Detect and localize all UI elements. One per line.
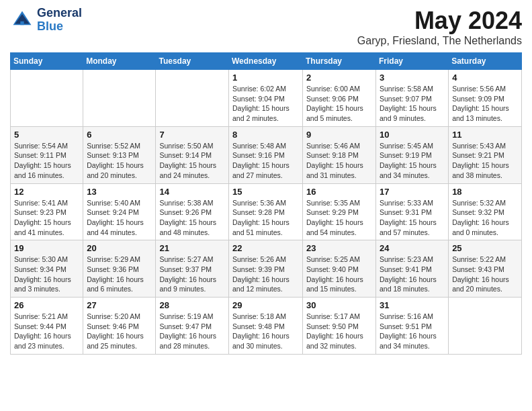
- calendar-cell: 8Sunrise: 5:48 AMSunset: 9:16 PMDaylight…: [229, 126, 303, 183]
- calendar-cell: 10Sunrise: 5:45 AMSunset: 9:19 PMDayligh…: [376, 126, 449, 183]
- day-info: Sunrise: 5:19 AMSunset: 9:47 PMDaylight:…: [159, 312, 225, 351]
- day-number: 23: [306, 243, 372, 253]
- calendar-cell: 12Sunrise: 5:41 AMSunset: 9:23 PMDayligh…: [11, 183, 83, 240]
- day-info: Sunrise: 5:56 AMSunset: 9:09 PMDaylight:…: [452, 84, 518, 124]
- calendar-cell: 29Sunrise: 5:18 AMSunset: 9:48 PMDayligh…: [229, 298, 303, 355]
- location-title: Garyp, Friesland, The Netherlands: [357, 35, 522, 47]
- calendar-week-row: 19Sunrise: 5:30 AMSunset: 9:34 PMDayligh…: [11, 240, 522, 298]
- day-info: Sunrise: 5:27 AMSunset: 9:37 PMDaylight:…: [159, 255, 225, 294]
- calendar-cell: 26Sunrise: 5:21 AMSunset: 9:44 PMDayligh…: [11, 298, 83, 355]
- calendar-header-wednesday: Wednesday: [229, 53, 303, 70]
- day-info: Sunrise: 6:02 AMSunset: 9:04 PMDaylight:…: [232, 84, 299, 124]
- day-info: Sunrise: 5:26 AMSunset: 9:39 PMDaylight:…: [232, 255, 299, 294]
- day-number: 30: [306, 300, 372, 310]
- calendar-cell: 31Sunrise: 5:16 AMSunset: 9:51 PMDayligh…: [376, 298, 449, 355]
- day-number: 18: [452, 187, 518, 197]
- calendar-cell: 24Sunrise: 5:23 AMSunset: 9:41 PMDayligh…: [376, 240, 449, 298]
- calendar-cell: [156, 70, 229, 127]
- day-number: 27: [87, 300, 152, 310]
- day-number: 26: [14, 300, 79, 310]
- day-info: Sunrise: 5:43 AMSunset: 9:21 PMDaylight:…: [452, 141, 518, 181]
- day-number: 4: [452, 73, 518, 83]
- calendar-header-saturday: Saturday: [449, 53, 522, 70]
- calendar-header-tuesday: Tuesday: [156, 53, 229, 70]
- calendar-cell: 20Sunrise: 5:29 AMSunset: 9:36 PMDayligh…: [83, 240, 156, 298]
- day-info: Sunrise: 5:58 AMSunset: 9:07 PMDaylight:…: [380, 84, 445, 124]
- day-number: 24: [380, 243, 445, 253]
- day-number: 31: [380, 300, 445, 310]
- day-number: 22: [232, 243, 299, 253]
- day-info: Sunrise: 5:50 AMSunset: 9:14 PMDaylight:…: [159, 141, 225, 181]
- calendar-header-monday: Monday: [83, 53, 156, 70]
- svg-rect-2: [20, 21, 24, 25]
- calendar-table: SundayMondayTuesdayWednesdayThursdayFrid…: [10, 52, 522, 355]
- day-number: 10: [380, 130, 445, 140]
- day-info: Sunrise: 5:29 AMSunset: 9:36 PMDaylight:…: [87, 255, 152, 294]
- day-number: 28: [159, 300, 225, 310]
- day-info: Sunrise: 5:41 AMSunset: 9:23 PMDaylight:…: [14, 198, 79, 238]
- day-number: 9: [306, 130, 372, 140]
- day-info: Sunrise: 5:17 AMSunset: 9:50 PMDaylight:…: [306, 312, 372, 351]
- calendar-cell: 17Sunrise: 5:33 AMSunset: 9:31 PMDayligh…: [376, 183, 449, 240]
- calendar-header-friday: Friday: [376, 53, 449, 70]
- calendar-header-thursday: Thursday: [303, 53, 376, 70]
- day-info: Sunrise: 5:32 AMSunset: 9:32 PMDaylight:…: [452, 198, 518, 238]
- calendar-week-row: 12Sunrise: 5:41 AMSunset: 9:23 PMDayligh…: [11, 183, 522, 240]
- day-number: 19: [14, 243, 79, 253]
- calendar-cell: 13Sunrise: 5:40 AMSunset: 9:24 PMDayligh…: [83, 183, 156, 240]
- day-info: Sunrise: 5:52 AMSunset: 9:13 PMDaylight:…: [87, 141, 152, 181]
- day-number: 16: [306, 187, 372, 197]
- day-number: 14: [159, 187, 225, 197]
- day-number: 11: [452, 130, 518, 140]
- day-number: 7: [159, 130, 225, 140]
- month-title: May 2024: [357, 7, 522, 35]
- calendar-cell: 16Sunrise: 5:35 AMSunset: 9:29 PMDayligh…: [303, 183, 376, 240]
- day-info: Sunrise: 6:00 AMSunset: 9:06 PMDaylight:…: [306, 84, 372, 124]
- day-info: Sunrise: 5:30 AMSunset: 9:34 PMDaylight:…: [14, 255, 79, 294]
- calendar-body: 1Sunrise: 6:02 AMSunset: 9:04 PMDaylight…: [11, 70, 522, 355]
- day-number: 1: [232, 73, 299, 83]
- day-info: Sunrise: 5:36 AMSunset: 9:28 PMDaylight:…: [232, 198, 299, 238]
- day-info: Sunrise: 5:16 AMSunset: 9:51 PMDaylight:…: [380, 312, 445, 351]
- calendar-week-row: 26Sunrise: 5:21 AMSunset: 9:44 PMDayligh…: [11, 298, 522, 355]
- logo-icon: [10, 8, 34, 32]
- calendar-cell: 21Sunrise: 5:27 AMSunset: 9:37 PMDayligh…: [156, 240, 229, 298]
- day-number: 3: [380, 73, 445, 83]
- day-number: 17: [380, 187, 445, 197]
- logo: General Blue: [10, 7, 82, 34]
- day-number: 15: [232, 187, 299, 197]
- calendar-cell: 4Sunrise: 5:56 AMSunset: 9:09 PMDaylight…: [449, 70, 522, 127]
- day-info: Sunrise: 5:45 AMSunset: 9:19 PMDaylight:…: [380, 141, 445, 181]
- day-info: Sunrise: 5:18 AMSunset: 9:48 PMDaylight:…: [232, 312, 299, 351]
- header: General Blue May 2024 Garyp, Friesland, …: [10, 7, 522, 47]
- calendar-cell: 27Sunrise: 5:20 AMSunset: 9:46 PMDayligh…: [83, 298, 156, 355]
- calendar-cell: 1Sunrise: 6:02 AMSunset: 9:04 PMDaylight…: [229, 70, 303, 127]
- day-info: Sunrise: 5:38 AMSunset: 9:26 PMDaylight:…: [159, 198, 225, 238]
- calendar-week-row: 5Sunrise: 5:54 AMSunset: 9:11 PMDaylight…: [11, 126, 522, 183]
- day-number: 20: [87, 243, 152, 253]
- calendar-cell: [11, 70, 83, 127]
- day-number: 29: [232, 300, 299, 310]
- day-info: Sunrise: 5:40 AMSunset: 9:24 PMDaylight:…: [87, 198, 152, 238]
- calendar-cell: [449, 298, 522, 355]
- title-area: May 2024 Garyp, Friesland, The Netherlan…: [357, 7, 522, 47]
- calendar-cell: 3Sunrise: 5:58 AMSunset: 9:07 PMDaylight…: [376, 70, 449, 127]
- day-number: 8: [232, 130, 299, 140]
- day-info: Sunrise: 5:23 AMSunset: 9:41 PMDaylight:…: [380, 255, 445, 294]
- calendar-cell: 5Sunrise: 5:54 AMSunset: 9:11 PMDaylight…: [11, 126, 83, 183]
- day-info: Sunrise: 5:21 AMSunset: 9:44 PMDaylight:…: [14, 312, 79, 351]
- calendar-cell: 19Sunrise: 5:30 AMSunset: 9:34 PMDayligh…: [11, 240, 83, 298]
- day-info: Sunrise: 5:35 AMSunset: 9:29 PMDaylight:…: [306, 198, 372, 238]
- logo-text: General Blue: [37, 7, 82, 34]
- day-number: 5: [14, 130, 79, 140]
- day-info: Sunrise: 5:33 AMSunset: 9:31 PMDaylight:…: [380, 198, 445, 238]
- calendar-cell: 15Sunrise: 5:36 AMSunset: 9:28 PMDayligh…: [229, 183, 303, 240]
- calendar-cell: 23Sunrise: 5:25 AMSunset: 9:40 PMDayligh…: [303, 240, 376, 298]
- day-info: Sunrise: 5:20 AMSunset: 9:46 PMDaylight:…: [87, 312, 152, 351]
- calendar-cell: [83, 70, 156, 127]
- calendar-cell: 14Sunrise: 5:38 AMSunset: 9:26 PMDayligh…: [156, 183, 229, 240]
- calendar-header-sunday: Sunday: [11, 53, 83, 70]
- day-info: Sunrise: 5:48 AMSunset: 9:16 PMDaylight:…: [232, 141, 299, 181]
- day-info: Sunrise: 5:22 AMSunset: 9:43 PMDaylight:…: [452, 255, 518, 294]
- day-number: 21: [159, 243, 225, 253]
